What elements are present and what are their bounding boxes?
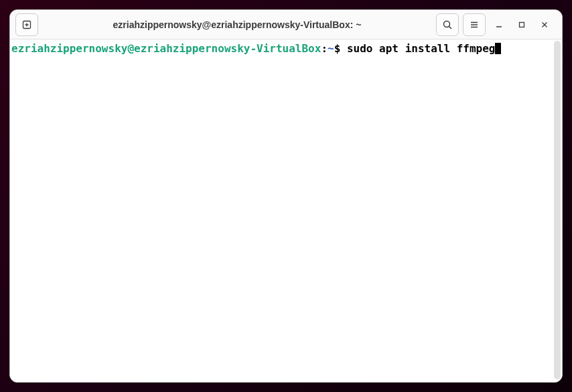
close-icon xyxy=(541,21,549,29)
terminal-content[interactable]: ezriahzippernowsky@ezriahzippernowsky-Vi… xyxy=(10,39,562,382)
svg-rect-9 xyxy=(520,22,524,27)
minimize-icon xyxy=(495,21,503,29)
scrollbar[interactable] xyxy=(554,41,561,379)
close-button[interactable] xyxy=(538,18,551,31)
hamburger-icon xyxy=(469,19,480,30)
prompt-path: ~ xyxy=(328,42,334,55)
window-controls xyxy=(490,18,557,31)
titlebar: ezriahzippernowsky@ezriahzippernowsky-Vi… xyxy=(10,10,562,39)
minimize-button[interactable] xyxy=(492,18,506,31)
terminal-line: ezriahzippernowsky@ezriahzippernowsky-Vi… xyxy=(11,42,562,56)
window-title: ezriahzippernowsky@ezriahzippernowsky-Vi… xyxy=(42,19,432,30)
command-text: sudo apt install ffmpeg xyxy=(340,42,495,55)
maximize-button[interactable] xyxy=(515,18,528,31)
new-tab-button[interactable] xyxy=(15,13,38,36)
cursor xyxy=(495,43,501,54)
new-tab-icon xyxy=(21,19,32,30)
maximize-icon xyxy=(518,21,526,29)
prompt-separator: : xyxy=(321,42,328,55)
menu-button[interactable] xyxy=(463,13,486,36)
terminal-window: ezriahzippernowsky@ezriahzippernowsky-Vi… xyxy=(9,9,563,383)
search-icon xyxy=(442,19,453,30)
prompt-user-host: ezriahzippernowsky@ezriahzippernowsky-Vi… xyxy=(11,42,321,55)
svg-point-3 xyxy=(444,21,450,27)
search-button[interactable] xyxy=(436,13,459,36)
prompt-symbol: $ xyxy=(334,42,341,55)
svg-line-4 xyxy=(449,26,452,29)
